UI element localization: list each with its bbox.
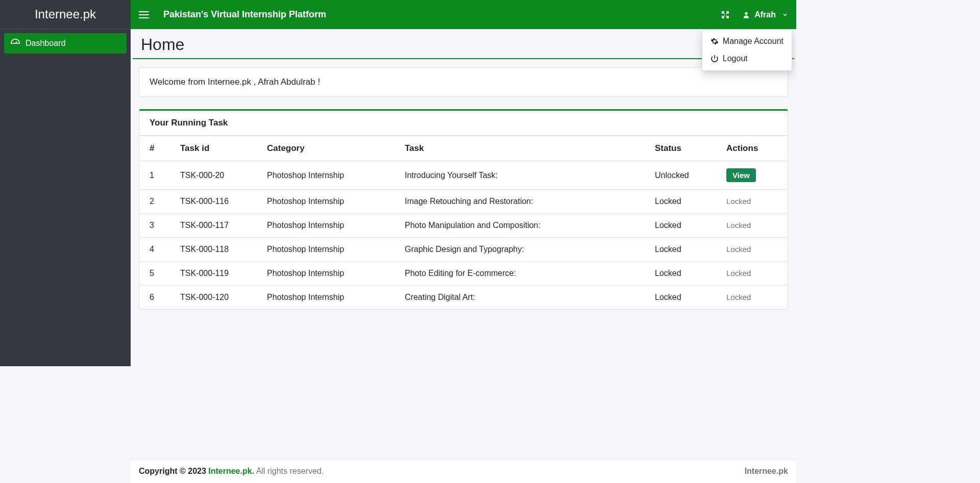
cell-actions: Locked xyxy=(716,238,788,262)
page-title: Home xyxy=(141,35,786,54)
sidebar-item-label: Dashboard xyxy=(26,39,65,48)
tasks-card: Your Running Task # Task id Category Tas… xyxy=(139,109,788,310)
footer-copyright-prefix: Copyright © 2023 xyxy=(139,467,208,475)
table-row: 1TSK-000-20Photoshop InternshipIntroduci… xyxy=(139,161,788,190)
cell-status: Locked xyxy=(645,238,716,262)
gear-icon xyxy=(710,37,719,45)
topbar: Pakistan's Virtual Internship Platform A… xyxy=(131,0,796,29)
table-row: 3TSK-000-117Photoshop InternshipPhoto Ma… xyxy=(139,214,788,238)
col-task: Task xyxy=(395,136,645,161)
footer: Copyright © 2023 Internee.pk. All rights… xyxy=(131,459,796,483)
cell-task-id: TSK-000-117 xyxy=(170,214,257,238)
user-menu-button[interactable]: Afrah xyxy=(742,10,788,19)
cell-task-id: TSK-000-118 xyxy=(170,238,257,262)
col-category: Category xyxy=(257,136,395,161)
tasks-card-title: Your Running Task xyxy=(139,111,788,136)
platform-title: Pakistan's Virtual Internship Platform xyxy=(163,9,326,20)
table-row: 5TSK-000-119Photoshop InternshipPhoto Ed… xyxy=(139,262,788,286)
cell-category: Photoshop Internship xyxy=(257,286,395,310)
cell-task-id: TSK-000-20 xyxy=(170,161,257,190)
cell-num: 1 xyxy=(139,161,170,190)
locked-label: Locked xyxy=(726,221,751,230)
cell-task: Photo Manipulation and Composition: xyxy=(395,214,645,238)
main-content: Home Welcome from Internee.pk , Afrah Ab… xyxy=(131,29,796,483)
cell-category: Photoshop Internship xyxy=(257,190,395,214)
user-name: Afrah xyxy=(754,10,776,19)
manage-account-link[interactable]: Manage Account xyxy=(702,33,792,50)
sidebar: Internee.pk Dashboard xyxy=(0,0,131,366)
cell-actions: Locked xyxy=(716,286,788,310)
logout-link[interactable]: Logout xyxy=(702,50,792,67)
cell-status: Locked xyxy=(645,214,716,238)
cell-category: Photoshop Internship xyxy=(257,262,395,286)
locked-label: Locked xyxy=(726,245,751,253)
locked-label: Locked xyxy=(726,293,751,301)
svg-point-1 xyxy=(745,12,748,14)
col-num: # xyxy=(139,136,170,161)
cell-num: 4 xyxy=(139,238,170,262)
cell-num: 6 xyxy=(139,286,170,310)
cell-status: Unlocked xyxy=(645,161,716,190)
cell-status: Locked xyxy=(645,286,716,310)
table-row: 4TSK-000-118Photoshop InternshipGraphic … xyxy=(139,238,788,262)
cell-category: Photoshop Internship xyxy=(257,238,395,262)
locked-label: Locked xyxy=(726,269,751,277)
cell-task: Introducing Yourself Task: xyxy=(395,161,645,190)
menu-toggle-button[interactable] xyxy=(139,9,151,21)
cell-task: Creating Digital Art: xyxy=(395,286,645,310)
cell-status: Locked xyxy=(645,262,716,286)
cell-task: Image Retouching and Restoration: xyxy=(395,190,645,214)
locked-label: Locked xyxy=(726,197,751,206)
cell-task: Graphic Design and Typography: xyxy=(395,238,645,262)
cell-num: 2 xyxy=(139,190,170,214)
dashboard-icon xyxy=(10,38,20,48)
user-icon xyxy=(742,11,750,19)
view-button[interactable]: View xyxy=(726,168,756,182)
tasks-table: # Task id Category Task Status Actions 1… xyxy=(139,136,788,309)
content-header: Home xyxy=(133,29,794,59)
table-row: 2TSK-000-116Photoshop InternshipImage Re… xyxy=(139,190,788,214)
col-status: Status xyxy=(645,136,716,161)
cell-status: Locked xyxy=(645,190,716,214)
power-icon xyxy=(710,55,719,63)
col-actions: Actions xyxy=(716,136,788,161)
footer-copyright-suffix: All rights reserved. xyxy=(254,467,324,475)
cell-actions: View xyxy=(716,161,788,190)
footer-brand-link[interactable]: Internee.pk. xyxy=(208,467,254,475)
cell-task-id: TSK-000-116 xyxy=(170,190,257,214)
sidebar-item-dashboard[interactable]: Dashboard xyxy=(4,33,127,54)
cell-task-id: TSK-000-119 xyxy=(170,262,257,286)
cell-num: 3 xyxy=(139,214,170,238)
cell-actions: Locked xyxy=(716,190,788,214)
footer-copyright: Copyright © 2023 Internee.pk. All rights… xyxy=(139,467,324,476)
col-task-id: Task id xyxy=(170,136,257,161)
cell-actions: Locked xyxy=(716,214,788,238)
fullscreen-button[interactable] xyxy=(721,10,730,19)
cell-actions: Locked xyxy=(716,262,788,286)
footer-brand: Internee.pk xyxy=(745,467,788,476)
logout-label: Logout xyxy=(723,54,748,63)
user-dropdown: Manage Account Logout xyxy=(702,29,792,71)
cell-task-id: TSK-000-120 xyxy=(170,286,257,310)
welcome-message: Welcome from Internee.pk , Afrah Abdulra… xyxy=(139,67,788,97)
table-row: 6TSK-000-120Photoshop InternshipCreating… xyxy=(139,286,788,310)
cell-category: Photoshop Internship xyxy=(257,214,395,238)
chevron-down-icon xyxy=(782,12,788,18)
cell-num: 5 xyxy=(139,262,170,286)
cell-category: Photoshop Internship xyxy=(257,161,395,190)
brand-logo[interactable]: Internee.pk xyxy=(0,0,131,29)
sidebar-nav: Dashboard xyxy=(0,29,131,58)
manage-account-label: Manage Account xyxy=(723,37,783,46)
cell-task: Photo Editing for E-commerce: xyxy=(395,262,645,286)
